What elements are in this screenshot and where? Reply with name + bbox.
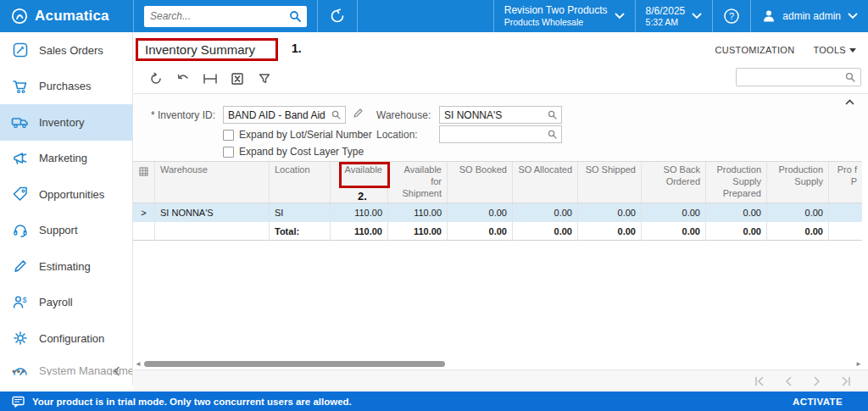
clock-history-icon: [329, 8, 346, 25]
column-header-clipped[interactable]: Pro f P: [829, 162, 862, 203]
table-row[interactable]: > SI NONNA'S SI NONNA'S 110.00 110.00 0.…: [133, 203, 862, 222]
location-field[interactable]: [439, 125, 562, 143]
collapse-sidebar-icon[interactable]: [113, 366, 121, 376]
sidebar-item-label: Estimating: [39, 260, 91, 273]
person-dollar-icon: $: [11, 293, 30, 312]
total-so-allocated: 0.00: [513, 222, 578, 241]
scrollbar-thumb[interactable]: [144, 361, 445, 367]
cell-available-for-shipment: 110.00: [388, 203, 448, 222]
sidebar-item-opportunities[interactable]: Opportunities: [0, 176, 132, 213]
lookup-icon[interactable]: [548, 110, 557, 119]
expand-cost-layer-checkbox[interactable]: [223, 147, 234, 158]
business-date-selector[interactable]: 8/6/2025 5:32 AM: [636, 0, 713, 32]
sidebar-item-inventory[interactable]: Inventory: [0, 104, 132, 141]
scrollbar-track[interactable]: [142, 360, 854, 368]
column-header-location[interactable]: Location: [270, 162, 331, 203]
sidebar-item-label: Configuration: [39, 332, 104, 345]
megaphone-icon: [11, 149, 30, 168]
truck-icon: [11, 113, 30, 131]
shopping-cart-icon: [11, 77, 30, 96]
time-card-button[interactable]: [318, 0, 357, 32]
refresh-button[interactable]: [142, 68, 170, 90]
expand-lot-serial-option: Expand by Lot/Serial Number: [223, 129, 372, 141]
collapse-panel-icon[interactable]: [845, 99, 854, 105]
location-label: Location:: [376, 129, 418, 141]
column-header-production-supply[interactable]: Production Supply: [767, 162, 829, 203]
company-branch-selector[interactable]: Revision Two Products Products Wholesale: [494, 0, 635, 32]
column-header-available-for-shipment[interactable]: Available for Shipment: [388, 162, 448, 203]
row-expander-icon[interactable]: >: [133, 203, 155, 222]
sidebar-item-label: Inventory: [39, 116, 84, 129]
lookup-icon[interactable]: [331, 110, 341, 119]
total-row-spacer: [133, 222, 155, 241]
customization-menu[interactable]: CUSTOMIZATION: [715, 45, 794, 55]
previous-page-icon[interactable]: [778, 373, 798, 390]
sidebar-item-estimating[interactable]: Estimating: [0, 248, 132, 285]
lookup-icon[interactable]: [548, 130, 557, 139]
sidebar-item-support[interactable]: Support: [0, 213, 132, 249]
last-page-icon[interactable]: [836, 373, 856, 390]
column-header-warehouse[interactable]: Warehouse: [155, 162, 270, 203]
tools-menu[interactable]: TOOLS: [813, 45, 856, 55]
column-header-so-booked[interactable]: SO Booked: [448, 162, 513, 203]
help-button[interactable]: ?: [713, 0, 750, 32]
total-so-booked: 0.00: [448, 222, 513, 241]
column-header-so-back-ordered[interactable]: SO Back Ordered: [642, 162, 706, 203]
cell-clipped: [829, 203, 862, 222]
total-production-supply-prepared: 0.00: [706, 222, 767, 241]
more-items-button[interactable]: •••: [12, 365, 26, 378]
user-name: admin admin: [782, 10, 841, 22]
warehouse-value: SI NONNA'S: [444, 109, 548, 121]
column-header-production-supply-prepared[interactable]: Production Supply Prepared: [706, 162, 767, 203]
sidebar-item-label: Payroll: [39, 296, 73, 308]
user-menu[interactable]: admin admin: [751, 0, 868, 32]
total-spacer: [155, 222, 270, 241]
sidebar-item-label: Opportunities: [39, 188, 104, 201]
scroll-left-icon[interactable]: ◄: [134, 359, 142, 369]
export-to-excel-button[interactable]: [224, 68, 251, 90]
sidebar-item-label: Marketing: [39, 152, 87, 164]
next-page-icon[interactable]: [807, 373, 827, 390]
expand-lot-serial-checkbox[interactable]: [223, 130, 234, 141]
sidebar-item-configuration[interactable]: Configuration: [0, 320, 132, 357]
cell-so-allocated: 0.00: [513, 203, 578, 222]
column-settings-icon[interactable]: [133, 162, 155, 203]
chevron-down-icon: [692, 13, 702, 19]
sidebar-item-purchases[interactable]: Purchases: [0, 69, 132, 105]
column-header-so-shipped[interactable]: SO Shipped: [578, 162, 642, 203]
global-search-box[interactable]: [144, 6, 307, 27]
headset-icon: [11, 221, 30, 240]
inventory-id-field[interactable]: BAND AID - Band Aid: [223, 106, 346, 124]
acumatica-logo[interactable]: Acumatica: [0, 0, 133, 32]
global-search-input[interactable]: [150, 10, 289, 22]
gear-icon: [11, 329, 30, 347]
pagination-bar: [134, 369, 868, 392]
first-page-icon[interactable]: [749, 373, 770, 390]
cell-location: SI NONNA'S: [270, 203, 331, 222]
tools-label: TOOLS: [813, 45, 846, 55]
fit-to-screen-button[interactable]: [197, 68, 224, 90]
sidebar-item-marketing[interactable]: Marketing: [0, 141, 132, 177]
total-row: Total: 110.00 110.00 0.00 0.00 0.00 0.00…: [133, 222, 862, 241]
column-header-so-allocated[interactable]: SO Allocated: [513, 162, 578, 203]
activate-button[interactable]: ACTIVATE: [793, 397, 843, 407]
search-icon[interactable]: [289, 10, 301, 22]
scroll-right-icon[interactable]: ►: [854, 359, 863, 369]
grid-search-input[interactable]: [742, 72, 845, 82]
pencil-square-icon: [11, 41, 30, 59]
warehouse-field[interactable]: SI NONNA'S: [439, 106, 562, 124]
grid-search-box[interactable]: [736, 68, 861, 86]
horizontal-scrollbar: ◄ ►: [134, 359, 863, 369]
user-icon: [761, 8, 776, 24]
expand-cost-layer-label: Expand by Cost Layer Type: [239, 146, 364, 158]
sidebar-item-payroll[interactable]: $ Payroll: [0, 285, 132, 321]
sidebar-item-sales-orders[interactable]: Sales Orders: [0, 32, 132, 69]
undo-button[interactable]: [170, 68, 197, 90]
inventory-id-label: * Inventory ID:: [151, 109, 215, 121]
edit-inventory-icon[interactable]: [353, 108, 364, 119]
business-time: 5:32 AM: [646, 17, 686, 28]
inventory-summary-grid: Warehouse Location Available Available f…: [133, 161, 862, 241]
cell-so-booked: 0.00: [448, 203, 513, 222]
filter-button[interactable]: [251, 68, 278, 90]
svg-text:?: ?: [729, 11, 734, 21]
